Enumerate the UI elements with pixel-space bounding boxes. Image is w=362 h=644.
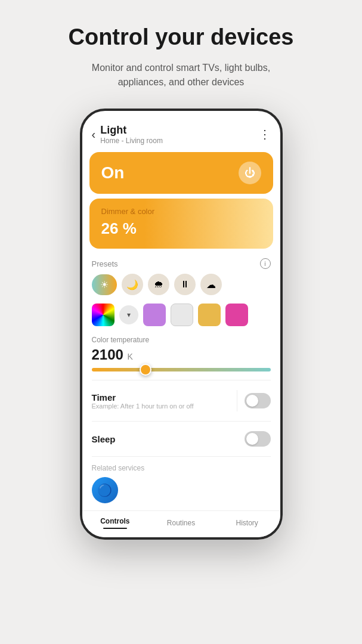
divider-1	[92, 380, 271, 380]
back-icon[interactable]: ‹	[92, 128, 96, 141]
sleep-title: Sleep	[92, 434, 245, 444]
swatch-white[interactable]	[171, 304, 193, 326]
related-title: Related services	[92, 464, 271, 472]
preset-rain[interactable]: 🌧	[148, 274, 169, 295]
sleep-toggle[interactable]	[245, 431, 271, 447]
tab-bar: Controls Routines History	[82, 510, 280, 537]
on-button[interactable]: On ⏻	[89, 152, 273, 194]
temp-value: 2100 K	[92, 346, 271, 363]
tab-history-label: History	[236, 519, 258, 527]
info-icon[interactable]: i	[260, 258, 271, 269]
color-temperature-section: Color temperature 2100 K	[82, 332, 280, 377]
tab-history[interactable]: History	[214, 519, 280, 527]
presets-row: ☀ 🌙 🌧 ⏸ ☁	[92, 274, 271, 295]
preset-sun-icon: ☀	[100, 279, 109, 290]
presets-section: Presets i ☀ 🌙 🌧 ⏸ ☁	[82, 253, 280, 298]
preset-cloud[interactable]: ☁	[200, 274, 222, 295]
page-breadcrumb: Home - Living room	[100, 137, 258, 145]
preset-active[interactable]: ☀	[92, 274, 117, 295]
timer-text: Timer Example: After 1 hour turn on or o…	[92, 392, 230, 410]
on-label: On	[101, 163, 125, 182]
swatch-pink[interactable]	[225, 304, 248, 326]
phone-header: ‹ Light Home - Living room ⋮	[82, 117, 280, 150]
swatch-purple[interactable]	[143, 304, 166, 326]
tab-controls-label: Controls	[100, 517, 129, 525]
tab-routines-label: Routines	[167, 519, 195, 527]
timer-toggle[interactable]	[245, 393, 271, 408]
divider-2	[92, 421, 271, 422]
color-wheel[interactable]	[92, 304, 115, 326]
sleep-text: Sleep	[92, 434, 245, 444]
more-icon[interactable]: ⋮	[259, 127, 271, 141]
tab-controls[interactable]: Controls	[82, 517, 148, 529]
divider-3	[92, 456, 271, 457]
presets-header: Presets i	[92, 258, 271, 269]
timer-title: Timer	[92, 392, 230, 402]
preset-cinema[interactable]: ⏸	[174, 274, 196, 295]
swatch-yellow[interactable]	[198, 304, 221, 326]
presets-title: Presets	[92, 259, 118, 268]
tab-controls-underline	[103, 528, 127, 529]
temp-slider-track[interactable]	[92, 368, 271, 371]
temp-slider-thumb[interactable]	[140, 364, 151, 376]
temp-label: Color temperature	[92, 336, 271, 344]
dimmer-card[interactable]: Dimmer & color 26 %	[89, 199, 273, 249]
tab-routines[interactable]: Routines	[148, 519, 214, 527]
sleep-row: Sleep	[82, 424, 280, 454]
timer-desc: Example: After 1 hour turn on or off	[92, 402, 230, 410]
page-title: Light	[100, 124, 258, 137]
preset-night[interactable]: 🌙	[122, 274, 143, 295]
header-title-block: Light Home - Living room	[100, 124, 258, 145]
related-service-icon[interactable]: 🔵	[92, 477, 118, 503]
color-row: ▾	[82, 298, 280, 332]
dimmer-label: Dimmer & color	[101, 207, 261, 216]
color-dropdown[interactable]: ▾	[119, 305, 138, 324]
dimmer-value: 26 %	[101, 219, 261, 238]
vertical-divider	[237, 390, 237, 411]
timer-row: Timer Example: After 1 hour turn on or o…	[82, 383, 280, 419]
phone-mockup: ‹ Light Home - Living room ⋮ On ⏻ Dimmer…	[80, 109, 283, 540]
hero-subtitle: Monitor and control smart TVs, light bul…	[68, 61, 295, 89]
power-icon: ⏻	[239, 162, 261, 184]
hero-title: Control your devices	[69, 24, 294, 51]
related-services-section: Related services 🔵	[82, 459, 280, 506]
